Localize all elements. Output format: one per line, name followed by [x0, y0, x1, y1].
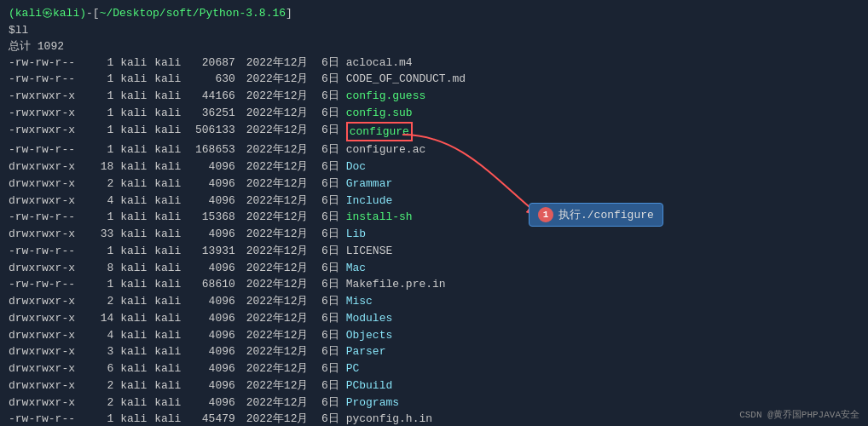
file-perms: -rw-rw-r--	[9, 55, 94, 72]
watermark: CSDN @黄乔国PHPJAVA安全	[739, 408, 859, 421]
table-row: -rw-rw-r-- 1 kali kali 45479 2022年12月 6日…	[9, 411, 859, 426]
file-user: kali	[120, 360, 154, 377]
file-user: kali	[120, 343, 154, 360]
file-name: Doc	[346, 158, 366, 176]
file-size: 20687	[188, 55, 246, 72]
file-perms: drwxrwxr-x	[9, 327, 94, 344]
command-line: $ ll	[9, 24, 859, 37]
file-size: 4096	[188, 343, 246, 360]
file-date: 2022年12月 6日	[246, 310, 346, 327]
annotation-badge: 1 执行./configure	[529, 203, 663, 227]
file-size: 4096	[188, 310, 246, 327]
file-perms: drwxrwxr-x	[9, 360, 94, 377]
file-name: config.sub	[346, 105, 413, 122]
table-row: -rw-rw-r-- 1 kali kali 20687 2022年12月 6日…	[9, 55, 859, 72]
file-date: 2022年12月 6日	[246, 343, 346, 360]
table-row: -rw-rw-r-- 1 kali kali 630 2022年12月 6日 C…	[9, 71, 859, 88]
file-date: 2022年12月 6日	[246, 327, 346, 344]
file-user: kali	[120, 158, 154, 176]
table-row: drwxrwxr-x 2 kali kali 4096 2022年12月 6日 …	[9, 377, 859, 394]
file-name: CODE_OF_CONDUCT.md	[346, 71, 466, 88]
file-group: kali	[154, 260, 188, 277]
file-perms: -rwxrwxr-x	[9, 122, 94, 142]
file-date: 2022年12月 6日	[246, 243, 346, 260]
file-group: kali	[154, 343, 188, 360]
file-perms: drwxrwxr-x	[9, 394, 94, 412]
table-row: drwxrwxr-x 4 kali kali 4096 2022年12月 6日 …	[9, 193, 859, 210]
file-size: 4096	[188, 260, 246, 277]
file-group: kali	[154, 394, 188, 412]
total-line: 总计 1092	[9, 38, 859, 54]
file-group: kali	[154, 88, 188, 105]
file-date: 2022年12月 6日	[246, 260, 346, 277]
file-date: 2022年12月 6日	[246, 377, 346, 394]
file-user: kali	[120, 310, 154, 327]
file-name: LICENSE	[346, 243, 393, 260]
file-user: kali	[120, 209, 154, 226]
file-date: 2022年12月 6日	[246, 394, 346, 412]
file-group: kali	[154, 176, 188, 193]
file-group: kali	[154, 71, 188, 88]
file-user: kali	[120, 260, 154, 277]
file-group: kali	[154, 105, 188, 122]
table-row: drwxrwxr-x 14 kali kali 4096 2022年12月 6日…	[9, 310, 859, 327]
file-size: 4096	[188, 226, 246, 243]
file-user: kali	[120, 176, 154, 193]
file-group: kali	[154, 158, 188, 176]
table-row: -rw-rw-r-- 1 kali kali 68610 2022年12月 6日…	[9, 276, 859, 293]
file-date: 2022年12月 6日	[246, 226, 346, 243]
file-perms: drwxrwxr-x	[9, 310, 94, 327]
file-name: Grammar	[346, 176, 393, 193]
file-name: aclocal.m4	[346, 55, 413, 72]
file-name: Programs	[346, 394, 399, 412]
file-group: kali	[154, 193, 188, 210]
file-date: 2022年12月 6日	[246, 88, 346, 105]
file-perms: drwxrwxr-x	[9, 377, 94, 394]
file-date: 2022年12月 6日	[246, 122, 346, 142]
file-date: 2022年12月 6日	[246, 176, 346, 193]
table-row: -rw-rw-r-- 1 kali kali 15368 2022年12月 6日…	[9, 209, 859, 226]
file-user: kali	[120, 226, 154, 243]
file-name: Misc	[346, 293, 373, 310]
file-group: kali	[154, 293, 188, 310]
file-size: 4096	[188, 293, 246, 310]
file-group: kali	[154, 377, 188, 394]
table-row: -rwxrwxr-x 1 kali kali 506133 2022年12月 6…	[9, 122, 859, 142]
file-user: kali	[120, 193, 154, 210]
table-row: -rw-rw-r-- 1 kali kali 168653 2022年12月 6…	[9, 141, 859, 158]
table-row: drwxrwxr-x 18 kali kali 4096 2022年12月 6日…	[9, 158, 859, 176]
file-size: 45479	[188, 411, 246, 426]
file-perms: -rw-rw-r--	[9, 243, 94, 260]
file-date: 2022年12月 6日	[246, 105, 346, 122]
file-user: kali	[120, 88, 154, 105]
file-size: 4096	[188, 327, 246, 344]
file-size: 36251	[188, 105, 246, 122]
file-user: kali	[120, 394, 154, 412]
configure-file: configure	[346, 122, 413, 142]
file-user: kali	[120, 105, 154, 122]
file-user: kali	[120, 293, 154, 310]
file-size: 44166	[188, 88, 246, 105]
file-perms: drwxrwxr-x	[9, 226, 94, 243]
table-row: drwxrwxr-x 2 kali kali 4096 2022年12月 6日 …	[9, 293, 859, 310]
file-name: configure.ac	[346, 141, 426, 158]
file-date: 2022年12月 6日	[246, 158, 346, 176]
file-perms: -rw-rw-r--	[9, 141, 94, 158]
table-row: -rwxrwxr-x 1 kali kali 44166 2022年12月 6日…	[9, 88, 859, 105]
file-date: 2022年12月 6日	[246, 276, 346, 293]
file-date: 2022年12月 6日	[246, 209, 346, 226]
file-size: 4096	[188, 377, 246, 394]
file-date: 2022年12月 6日	[246, 141, 346, 158]
file-name: Lib	[346, 226, 366, 243]
file-name: Include	[346, 193, 393, 210]
file-name: Mac	[346, 260, 366, 277]
file-size: 13931	[188, 243, 246, 260]
file-group: kali	[154, 55, 188, 72]
file-group: kali	[154, 327, 188, 344]
file-group: kali	[154, 226, 188, 243]
annotation-number: 1	[538, 207, 553, 222]
file-group: kali	[154, 122, 188, 142]
file-size: 4096	[188, 158, 246, 176]
file-user: kali	[120, 243, 154, 260]
file-perms: drwxrwxr-x	[9, 260, 94, 277]
